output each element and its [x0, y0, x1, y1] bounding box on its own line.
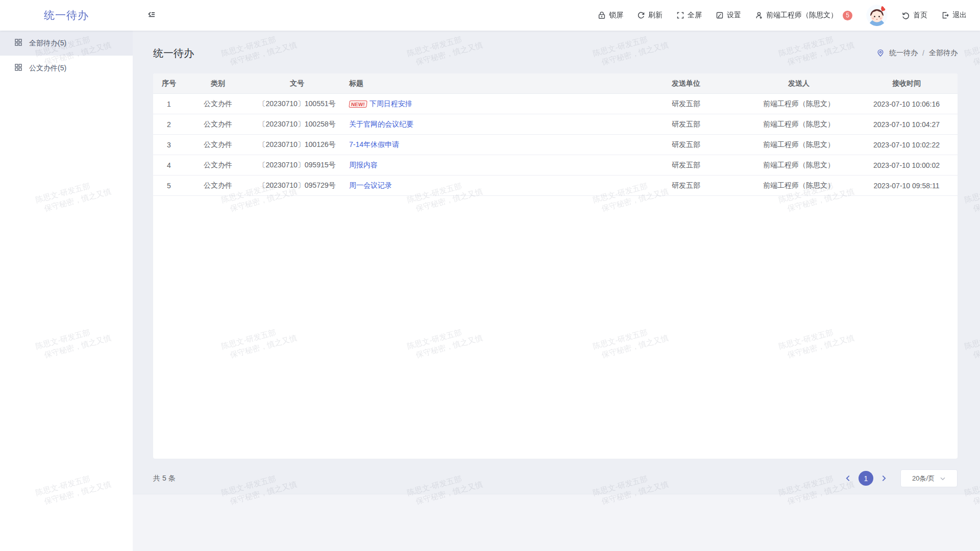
document-title-link[interactable]: 下周日程安排 — [370, 99, 412, 109]
table-row: 4公文办件〔20230710〕095915号周报内容研发五部前端工程师（陈思文）… — [153, 155, 958, 176]
breadcrumb: 统一待办 / 全部待办 — [876, 48, 958, 58]
user-icon — [755, 11, 763, 19]
row-docno: 〔20230710〕100258号 — [251, 120, 343, 129]
row-seq: 1 — [153, 100, 185, 108]
breadcrumb-current: 全部待办 — [929, 48, 958, 58]
table-row: 5公文办件〔20230710〕095729号周一会议记录研发五部前端工程师（陈思… — [153, 176, 958, 196]
fullscreen-button[interactable]: 全屏 — [676, 11, 702, 20]
lock-icon — [598, 11, 606, 19]
user-name-label: 前端工程师（陈思文） — [766, 11, 838, 20]
row-seq: 2 — [153, 120, 185, 129]
total-count: 共 5 条 — [153, 474, 176, 483]
row-seq: 3 — [153, 141, 185, 149]
row-docno: 〔20230710〕095729号 — [251, 181, 343, 190]
row-title: 关于官网的会议纪要 — [343, 120, 630, 129]
refresh-label: 刷新 — [648, 11, 663, 20]
sidebar-item-official-docs[interactable]: 公文办件(5) — [0, 56, 133, 81]
user-avatar[interactable] — [866, 5, 888, 26]
row-sender: 前端工程师（陈思文） — [742, 99, 855, 109]
column-header: 发送人 — [742, 79, 855, 88]
row-unit: 研发五部 — [630, 181, 742, 190]
row-sender: 前端工程师（陈思文） — [742, 140, 855, 149]
row-seq: 5 — [153, 182, 185, 190]
sidebar-item-label: 全部待办(5) — [29, 39, 66, 48]
current-user[interactable]: 前端工程师（陈思文） 5 — [755, 11, 852, 20]
grid-icon — [14, 38, 22, 48]
lock-screen-button[interactable]: 锁屏 — [598, 11, 623, 20]
lock-screen-label: 锁屏 — [609, 11, 623, 20]
sidebar: 全部待办(5) 公文办件(5) — [0, 31, 133, 551]
topbar: 统一待办 锁屏 刷新 — [0, 0, 980, 31]
pager: 1 20条/页 — [845, 469, 958, 487]
sidebar-collapse-button[interactable] — [147, 10, 156, 21]
column-header: 序号 — [153, 79, 185, 88]
edit-settings-icon — [716, 11, 724, 19]
page-size-select[interactable]: 20条/页 — [900, 469, 958, 487]
fullscreen-icon — [676, 11, 684, 19]
table-header-row: 序号类别文号标题发送单位发送人接收时间 — [153, 73, 958, 94]
sidebar-item-all-todo[interactable]: 全部待办(5) — [0, 31, 133, 56]
row-sender: 前端工程师（陈思文） — [742, 181, 855, 190]
table-row: 3公文办件〔20230710〕100126号7-14年休假申请研发五部前端工程师… — [153, 135, 958, 155]
row-time: 2023-07-10 10:06:16 — [855, 100, 958, 108]
logout-button[interactable]: 退出 — [941, 11, 967, 20]
page-size-value: 20条/页 — [912, 474, 935, 483]
row-sender: 前端工程师（陈思文） — [742, 161, 855, 170]
sidebar-item-label: 公文办件(5) — [29, 64, 66, 73]
breadcrumb-root[interactable]: 统一待办 — [889, 48, 918, 58]
row-title: NEW!下周日程安排 — [343, 99, 630, 109]
home-button[interactable]: 首页 — [901, 11, 927, 20]
todo-count-badge: 5 — [843, 11, 852, 20]
row-time: 2023-07-10 10:04:27 — [855, 120, 958, 129]
new-badge: NEW! — [349, 101, 367, 108]
document-title-link[interactable]: 周一会议记录 — [349, 181, 392, 190]
row-title: 周一会议记录 — [343, 181, 630, 190]
row-category: 公文办件 — [185, 120, 251, 129]
page-title: 统一待办 — [153, 46, 194, 60]
row-category: 公文办件 — [185, 99, 251, 109]
column-header: 类别 — [185, 79, 251, 88]
topbar-actions: 锁屏 刷新 全屏 设置 — [598, 5, 980, 26]
row-unit: 研发五部 — [630, 140, 742, 149]
table-row: 1公文办件〔20230710〕100551号NEW!下周日程安排研发五部前端工程… — [153, 94, 958, 114]
fullscreen-label: 全屏 — [688, 11, 702, 20]
row-title: 周报内容 — [343, 161, 630, 170]
row-unit: 研发五部 — [630, 120, 742, 129]
row-time: 2023-07-10 10:02:22 — [855, 141, 958, 149]
column-header: 发送单位 — [630, 79, 742, 88]
row-category: 公文办件 — [185, 181, 251, 190]
refresh-button[interactable]: 刷新 — [637, 11, 663, 20]
todo-table-card: 序号类别文号标题发送单位发送人接收时间 1公文办件〔20230710〕10055… — [153, 73, 958, 459]
document-title-link[interactable]: 关于官网的会议纪要 — [349, 120, 413, 129]
next-page-button[interactable] — [880, 475, 887, 482]
row-unit: 研发五部 — [630, 161, 742, 170]
row-docno: 〔20230710〕095915号 — [251, 161, 343, 170]
grid-icon — [14, 63, 22, 73]
row-sender: 前端工程师（陈思文） — [742, 120, 855, 129]
location-pin-icon — [876, 49, 885, 57]
footer-strip — [133, 494, 980, 551]
document-title-link[interactable]: 7-14年休假申请 — [349, 140, 399, 149]
table-row: 2公文办件〔20230710〕100258号关于官网的会议纪要研发五部前端工程师… — [153, 114, 958, 135]
breadcrumb-separator: / — [922, 49, 924, 57]
row-category: 公文办件 — [185, 161, 251, 170]
app-logo-title: 统一待办 — [0, 8, 133, 22]
row-title: 7-14年休假申请 — [343, 140, 630, 149]
row-category: 公文办件 — [185, 140, 251, 149]
settings-label: 设置 — [727, 11, 741, 20]
row-seq: 4 — [153, 161, 185, 169]
column-header: 标题 — [343, 79, 630, 88]
back-home-icon — [901, 11, 910, 20]
prev-page-button[interactable] — [845, 475, 851, 482]
page-header: 统一待办 统一待办 / 全部待办 — [133, 31, 980, 73]
refresh-icon — [637, 11, 645, 19]
row-time: 2023-07-10 09:58:11 — [855, 182, 958, 190]
page-number-button[interactable]: 1 — [859, 471, 873, 486]
settings-button[interactable]: 设置 — [716, 11, 741, 20]
row-docno: 〔20230710〕100551号 — [251, 99, 343, 109]
logout-icon — [941, 11, 949, 19]
home-label: 首页 — [913, 11, 927, 20]
pagination-bar: 共 5 条 1 20条/页 — [153, 469, 958, 487]
document-title-link[interactable]: 周报内容 — [349, 161, 378, 170]
chevron-down-icon — [940, 475, 946, 482]
